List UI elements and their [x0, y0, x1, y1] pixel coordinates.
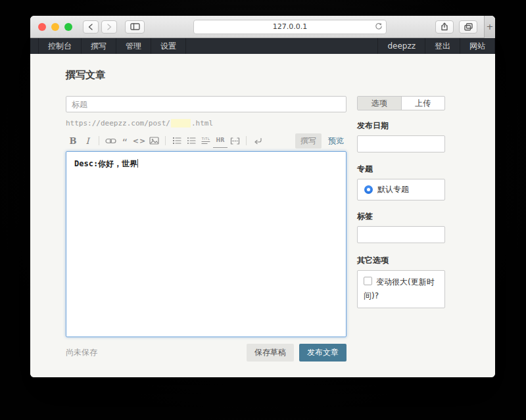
plus-icon: + — [487, 22, 494, 32]
tab-preview-mode[interactable]: 预览 — [328, 135, 344, 147]
text-caret — [137, 159, 138, 168]
image-button[interactable] — [147, 134, 161, 147]
share-icon — [441, 22, 448, 31]
chevron-right-icon — [106, 23, 112, 31]
publish-button[interactable]: 发布文章 — [299, 344, 347, 362]
italic-button[interactable]: I — [80, 134, 95, 147]
category-option[interactable]: 默认专题 — [357, 179, 445, 200]
horizontal-rule-button[interactable]: HR — [213, 134, 227, 148]
new-tab-button[interactable]: + — [484, 16, 495, 38]
update-time-option[interactable]: 变动很大(更新时间)? — [357, 270, 445, 308]
heading-lines-icon — [201, 141, 210, 145]
tabs-icon — [464, 23, 473, 31]
close-window-button[interactable] — [38, 23, 46, 31]
toolbar-separator — [165, 136, 166, 145]
undo-button[interactable] — [251, 134, 265, 147]
page-content: 撰写文章 https://deepzz.com/post/ .html B I — [30, 54, 495, 377]
reload-icon — [375, 22, 383, 31]
publish-date-input[interactable] — [357, 135, 445, 152]
permalink-slug-field[interactable] — [171, 119, 191, 128]
traffic-lights — [38, 23, 72, 31]
link-button[interactable] — [103, 134, 118, 147]
quote-button[interactable]: “ — [118, 131, 132, 150]
checkbox-unchecked-icon[interactable] — [364, 277, 372, 285]
tab-upload[interactable]: 上传 — [401, 97, 445, 110]
reload-button[interactable] — [375, 22, 383, 33]
admin-navbar: 控制台 撰写 管理 设置 deepzz 登出 网站 — [30, 38, 495, 54]
unordered-list-button[interactable] — [184, 134, 199, 147]
unordered-list-icon — [187, 137, 196, 145]
tags-label: 标签 — [357, 211, 445, 222]
nav-item-write[interactable]: 撰写 — [82, 38, 116, 54]
toolbar-separator — [99, 136, 99, 145]
markdown-editor-textarea[interactable]: Desc:你好，世界 — [66, 151, 347, 337]
permalink-preview: https://deepzz.com/post/ .html — [66, 118, 347, 128]
update-checkbox-label: 变动很大(更新时间)? — [364, 277, 435, 300]
page-title: 撰写文章 — [66, 54, 495, 82]
save-draft-button[interactable]: 保存草稿 — [247, 344, 294, 362]
editor-column: https://deepzz.com/post/ .html B I “ — [66, 96, 347, 362]
category-label: 专题 — [357, 164, 445, 174]
browser-titlebar: 127.0.0.1 + — [30, 16, 495, 38]
sidebar-icon — [130, 23, 140, 30]
nav-item-manage[interactable]: 管理 — [116, 38, 151, 54]
undo-icon — [253, 137, 262, 145]
tags-input[interactable] — [357, 226, 445, 243]
ordered-list-icon — [172, 137, 181, 145]
image-icon — [149, 137, 159, 145]
options-sidebar: 选项 上传 发布日期 专题 默认专题 标签 其它选项 变动很大(更新时间)? — [357, 96, 445, 362]
permalink-prefix: https://deepzz.com/post/ — [66, 119, 170, 128]
permalink-suffix: .html — [191, 119, 213, 128]
share-button[interactable] — [435, 20, 454, 34]
browser-window: 127.0.0.1 + 控制台 — [30, 16, 495, 377]
page-break-button[interactable] — [227, 134, 242, 147]
page-break-icon — [230, 137, 240, 145]
ordered-list-button[interactable] — [170, 134, 184, 147]
publish-date-label: 发布日期 — [357, 120, 445, 131]
editor-toolbar: B I “ <> — [66, 133, 347, 148]
nav-item-settings[interactable]: 设置 — [151, 38, 186, 54]
post-title-input[interactable] — [66, 96, 347, 112]
back-button[interactable] — [83, 20, 99, 34]
editor-text: Desc:你好，世界 — [74, 159, 137, 168]
radio-checked-icon[interactable] — [364, 185, 373, 194]
minimize-window-button[interactable] — [51, 23, 59, 31]
forward-button[interactable] — [101, 20, 117, 34]
nav-item-logout[interactable]: 登出 — [425, 38, 460, 54]
toolbar-separator — [246, 136, 247, 145]
zoom-window-button[interactable] — [64, 23, 72, 31]
address-url: 127.0.0.1 — [273, 22, 307, 31]
tab-options[interactable]: 选项 — [358, 97, 401, 110]
nav-item-console[interactable]: 控制台 — [38, 38, 82, 54]
tab-overview-button[interactable] — [459, 20, 477, 34]
code-button[interactable]: <> — [132, 134, 147, 147]
link-icon — [105, 137, 116, 145]
sidebar-toggle-button[interactable] — [125, 20, 145, 34]
tab-write-mode[interactable]: 撰写 — [295, 133, 322, 149]
save-status-text: 尚未保存 — [66, 347, 97, 358]
address-bar[interactable]: 127.0.0.1 — [193, 20, 387, 34]
other-options-label: 其它选项 — [357, 255, 445, 266]
sidebar-tabs: 选项 上传 — [357, 96, 445, 110]
nav-item-user[interactable]: deepzz — [377, 38, 425, 54]
bold-button[interactable]: B — [66, 134, 80, 147]
default-category-label: 默认专题 — [377, 184, 409, 195]
heading-button[interactable]: TITL — [199, 134, 213, 147]
nav-item-site[interactable]: 网站 — [460, 38, 495, 54]
chevron-left-icon — [87, 23, 94, 31]
